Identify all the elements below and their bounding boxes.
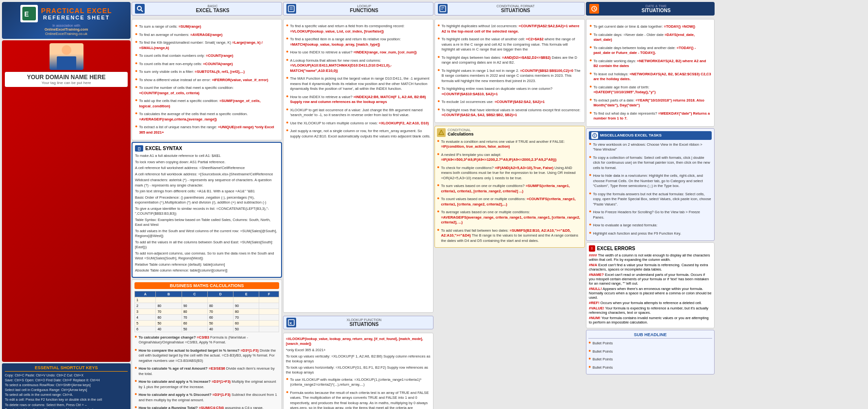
syntax-item: Basic Order of Precedence: () parenthese…: [135, 195, 279, 205]
syntax-item: To add non-adjacent columns, use commas.…: [135, 251, 279, 261]
bullet-icon: ●: [286, 94, 288, 99]
table-cell: 5: [135, 320, 156, 326]
bullet-icon: ●: [286, 128, 288, 133]
bullet-icon: ●: [134, 392, 137, 396]
shortcut-item: To select a continuous Row/Row: Ctrl+Shi…: [5, 383, 128, 387]
table-cell: 90: [182, 303, 207, 308]
banner-title-sub: REFERENCE SHEET: [41, 15, 112, 20]
bullet-icon: ●: [437, 227, 439, 232]
basic-task-item: ●To show a different value instead of an…: [135, 77, 279, 84]
table-cell: 90: [234, 303, 259, 308]
svg-line-15: [594, 9, 596, 10]
bullet-icon: ●: [589, 84, 592, 89]
cond-format-item: ●To highlight values in range 1 but not …: [437, 68, 582, 85]
xlookup-label-big: SITUATIONS: [298, 322, 430, 327]
xlookup-usecase: ●Formula works because the result of eac…: [286, 390, 431, 409]
datetime-items-list: ●To get current date or time & date toge…: [589, 23, 711, 122]
table-row: 550605060: [135, 320, 279, 326]
cond-format-label-big: SITUATIONS: [450, 8, 582, 13]
basic-tasks-panel: ●To sum a range of cells: =SUM(range)●To…: [132, 19, 282, 140]
lookup-item: ●To find a specific value and return a f…: [286, 23, 431, 35]
table-cell: [259, 320, 279, 326]
maths-header: BUSINESS MATHS CALCULATIONS: [134, 282, 279, 289]
table-cell: 2: [135, 303, 156, 308]
syntax-title: EXCEL SYNTAX: [145, 146, 182, 151]
bullet-icon: ●: [437, 85, 440, 90]
bullet-icon: ●: [589, 141, 591, 146]
cond-format-item: ●To highlight duplicates without 1st occ…: [437, 23, 582, 35]
datetime-item: ●To calculate working days: =NETWORKDAYS…: [589, 58, 711, 70]
bullet-icon: ●: [286, 23, 288, 28]
basic-task-item: ●To extract a list of unique names from …: [135, 124, 279, 136]
bullet-icon: ●: [286, 390, 288, 394]
bullet-icon: ●: [589, 172, 591, 177]
cond-calc-label-small: CONDITIONAL: [448, 128, 474, 132]
misc-item: ●To copy the formula answers but not the…: [589, 191, 712, 208]
cond-format-item: ●To highlighting entire rows based on du…: [437, 85, 582, 98]
domain-box[interactable]: YOUR DOMAIN NAME HERE Your tag line can …: [5, 72, 128, 87]
maths-item: ●How to calculate and apply a % Increase…: [134, 378, 279, 391]
sub-headline-bullet: ●Bullet Points: [588, 364, 712, 372]
syntax-item: To add values in the South and West colu…: [135, 229, 279, 239]
shortcut-header-label: ESSENTIAL SHORTCUT KEYS: [35, 365, 98, 370]
table-cell: [156, 297, 182, 303]
syntax-header: [] EXCEL SYNTAX: [135, 145, 279, 152]
cond-format-panel: ●To highlight duplicates without 1st occ…: [434, 19, 585, 123]
lookup-icon: [286, 4, 296, 14]
misc-item: ●To view workbook on 2 windows: Choose V…: [589, 141, 712, 153]
basic-task-item: ●To count the number of cells that meet …: [135, 85, 279, 97]
table-cell: 80: [156, 303, 182, 308]
sub-headline-bullet: ●Bullet Points: [588, 356, 712, 363]
shortcut-item: To select all cells in the current range…: [5, 392, 128, 397]
cond-calc-item: ●To check for multiple conditions? =IF(A…: [437, 165, 583, 182]
syntax-item: Absolute Table column reference: table[[…: [135, 268, 279, 273]
table-row: 460706070: [135, 314, 279, 320]
table-cell: 80: [207, 303, 233, 308]
cond-calc-item: ●To evaluate a condition and returns one…: [437, 138, 583, 151]
shortcut-item: To edit a cell: Press the F2 function ke…: [5, 397, 128, 402]
cond-calc-item: ●A nested IFs template you can adapt: =I…: [437, 152, 583, 164]
cond-format-label-small: CONDITIONAL FORMAT: [450, 4, 582, 8]
sub-headline-bullet: ●Bullet Points: [588, 340, 712, 347]
datetime-header: DATE & TIME SITUATIONS: [586, 2, 715, 16]
table-cell: 4: [135, 314, 156, 320]
table-cell: [182, 297, 207, 303]
table-col-d: D: [207, 291, 233, 297]
shortcut-item: Copy: Ctrl+C Paste: Ctrl+V Undo: Ctrl+Z …: [5, 373, 128, 377]
misc-item: ●To copy a collection of formats: Select…: [589, 154, 712, 172]
table-cell: [234, 297, 259, 303]
datetime-panel: ●To get current date or time & date toge…: [586, 19, 715, 127]
bullet-icon: ●: [437, 99, 440, 103]
cond-calc-icon: !: [437, 128, 446, 137]
site2-text: OnlineExcelTraining.co.uk: [6, 32, 127, 36]
xlookup-note: To look up values vertically: =XLOOKUP(F…: [286, 354, 431, 364]
maths-table: A B C D E F 1280908090370807080460706070…: [134, 291, 279, 332]
shortcut-item: To select visible cells in a filtered ra…: [5, 408, 128, 409]
lookup-label-small: LOOKUP: [298, 4, 430, 8]
bullet-icon: ●: [437, 36, 440, 41]
bullet-icon: ●: [589, 97, 592, 102]
column-2: BASIC EXCEL TASKS ●To sum a range of cel…: [132, 2, 282, 409]
top-banner: E PRACTICAL EXCEL REFERENCE SHEET In ass…: [2, 2, 131, 39]
svg-line-3: [141, 10, 143, 12]
bullet-icon: ●: [589, 23, 592, 28]
errors-title: EXCEL ERRORS: [597, 246, 635, 251]
table-cell: [259, 326, 279, 332]
bullet-icon: ●: [135, 61, 137, 66]
cond-calc-item: ●To average values based on one or multi…: [437, 209, 583, 226]
table-cell: 50: [156, 320, 182, 326]
bottom-area: YOUR LOGO YOURHEADLINETEXT Here is your …: [434, 251, 585, 409]
misc-item: ●Highlight each function and press the F…: [589, 230, 712, 238]
lookup-panel: ●To find a specific value and return a f…: [283, 19, 434, 313]
cond-calc-item: ●To add values that fall between two dat…: [437, 227, 583, 245]
search-icon: [135, 4, 145, 14]
bullet-icon: ●: [286, 36, 288, 41]
bullet-icon: ●: [437, 138, 439, 143]
cond-format-item: ●To exclude 1st occurrences use: =COUNTI…: [437, 99, 582, 106]
maths-table-body: 1280908090370807080460706070550605060640…: [135, 297, 279, 332]
maths-panel: BUSINESS MATHS CALCULATIONS A B C D E F …: [132, 279, 282, 409]
lookup-item: ●To find a specified item in a range and…: [286, 36, 431, 48]
table-cell: 60: [182, 320, 207, 326]
bullet-icon: ●: [589, 110, 592, 115]
shortcut-item: Save: Ctrl+S Open: Ctrl+O Find Date: Ctr…: [5, 378, 128, 382]
